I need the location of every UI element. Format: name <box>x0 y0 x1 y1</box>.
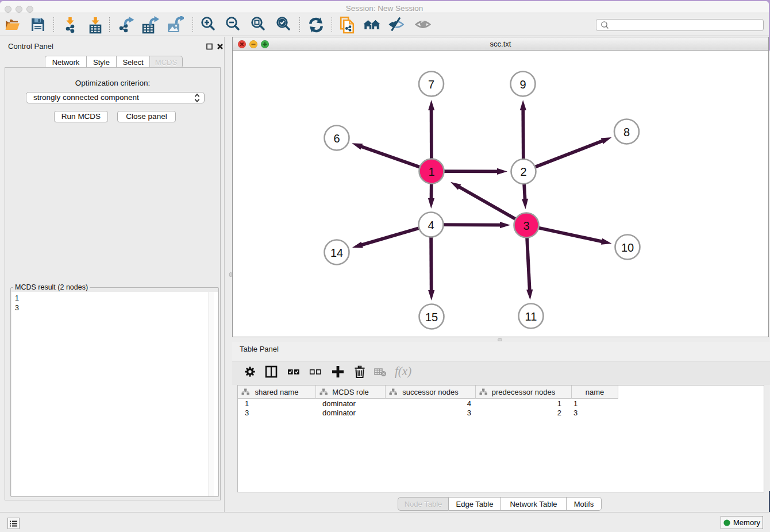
svg-text:1: 1 <box>428 165 434 178</box>
svg-text:14: 14 <box>330 246 343 259</box>
svg-text:9: 9 <box>519 78 526 91</box>
svg-text:8: 8 <box>623 126 630 138</box>
svg-text:11: 11 <box>525 310 537 323</box>
svg-text:2: 2 <box>520 165 526 178</box>
svg-text:15: 15 <box>425 311 438 323</box>
svg-text:7: 7 <box>428 78 434 91</box>
svg-text:4: 4 <box>428 219 434 232</box>
svg-text:3: 3 <box>523 219 529 232</box>
svg-text:6: 6 <box>333 132 340 145</box>
svg-text:10: 10 <box>621 241 634 254</box>
